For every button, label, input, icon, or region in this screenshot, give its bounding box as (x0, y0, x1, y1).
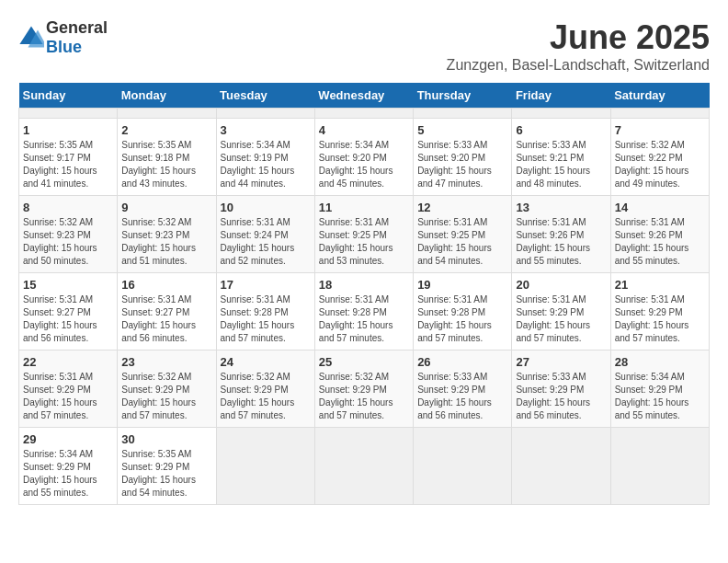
day-info: Sunrise: 5:32 AMSunset: 9:23 PMDaylight:… (121, 216, 211, 268)
day-info: Sunrise: 5:34 AMSunset: 9:20 PMDaylight:… (319, 139, 409, 190)
calendar-cell: 26Sunrise: 5:33 AMSunset: 9:29 PMDayligh… (414, 350, 512, 428)
calendar-cell: 1Sunrise: 5:35 AMSunset: 9:17 PMDaylight… (19, 119, 118, 196)
day-number: 9 (121, 201, 211, 214)
calendar-table: SundayMondayTuesdayWednesdayThursdayFrid… (18, 83, 710, 505)
calendar-cell: 5Sunrise: 5:33 AMSunset: 9:20 PMDaylight… (414, 119, 512, 196)
day-info: Sunrise: 5:35 AMSunset: 9:29 PMDaylight:… (121, 448, 211, 500)
day-info: Sunrise: 5:35 AMSunset: 9:17 PMDaylight:… (23, 139, 113, 190)
day-number: 3 (221, 123, 311, 137)
day-header-monday: Monday (118, 83, 216, 109)
calendar-cell: 15Sunrise: 5:31 AMSunset: 9:27 PMDayligh… (19, 273, 118, 350)
day-info: Sunrise: 5:35 AMSunset: 9:18 PMDaylight:… (121, 139, 211, 190)
day-info: Sunrise: 5:31 AMSunset: 9:26 PMDaylight:… (516, 216, 606, 268)
day-number: 18 (319, 278, 409, 292)
calendar-cell: 3Sunrise: 5:34 AMSunset: 9:19 PMDaylight… (216, 119, 314, 196)
day-info: Sunrise: 5:34 AMSunset: 9:29 PMDaylight:… (23, 448, 113, 500)
calendar-cell (216, 109, 314, 119)
week-row-4: 22Sunrise: 5:31 AMSunset: 9:29 PMDayligh… (19, 350, 710, 428)
day-header-sunday: Sunday (19, 83, 118, 109)
day-info: Sunrise: 5:33 AMSunset: 9:29 PMDaylight:… (417, 371, 507, 422)
calendar-cell (414, 109, 512, 119)
day-info: Sunrise: 5:32 AMSunset: 9:29 PMDaylight:… (221, 371, 311, 422)
week-row-0 (19, 109, 710, 119)
day-number: 5 (417, 123, 507, 137)
day-number: 26 (417, 355, 507, 369)
calendar-cell (512, 109, 610, 119)
logo-blue-text: Blue (46, 38, 82, 56)
day-number: 27 (516, 355, 606, 369)
week-row-1: 1Sunrise: 5:35 AMSunset: 9:17 PMDaylight… (19, 119, 710, 196)
calendar-cell: 6Sunrise: 5:33 AMSunset: 9:21 PMDaylight… (512, 119, 610, 196)
calendar-cell: 24Sunrise: 5:32 AMSunset: 9:29 PMDayligh… (216, 350, 314, 428)
calendar-cell: 4Sunrise: 5:34 AMSunset: 9:20 PMDaylight… (314, 119, 413, 196)
calendar-cell: 16Sunrise: 5:31 AMSunset: 9:27 PMDayligh… (118, 273, 216, 350)
calendar-cell: 30Sunrise: 5:35 AMSunset: 9:29 PMDayligh… (118, 428, 216, 505)
day-info: Sunrise: 5:32 AMSunset: 9:29 PMDaylight:… (319, 371, 409, 422)
title-block: June 2025 Zunzgen, Basel-Landschaft, Swi… (447, 18, 710, 74)
day-number: 10 (221, 201, 311, 214)
day-number: 19 (417, 278, 507, 292)
day-number: 22 (23, 355, 113, 369)
calendar-cell: 2Sunrise: 5:35 AMSunset: 9:18 PMDaylight… (118, 119, 216, 196)
calendar-cell: 22Sunrise: 5:31 AMSunset: 9:29 PMDayligh… (19, 350, 118, 428)
logo-icon (18, 25, 44, 51)
calendar-cell: 18Sunrise: 5:31 AMSunset: 9:28 PMDayligh… (314, 273, 413, 350)
day-info: Sunrise: 5:31 AMSunset: 9:29 PMDaylight:… (615, 293, 705, 345)
day-info: Sunrise: 5:33 AMSunset: 9:29 PMDaylight:… (516, 371, 606, 422)
calendar-cell: 28Sunrise: 5:34 AMSunset: 9:29 PMDayligh… (610, 350, 709, 428)
day-info: Sunrise: 5:31 AMSunset: 9:26 PMDaylight:… (615, 216, 705, 268)
day-info: Sunrise: 5:34 AMSunset: 9:29 PMDaylight:… (615, 371, 705, 422)
day-number: 13 (516, 201, 606, 214)
day-number: 16 (121, 278, 211, 292)
day-number: 2 (121, 123, 211, 137)
calendar-cell: 19Sunrise: 5:31 AMSunset: 9:28 PMDayligh… (414, 273, 512, 350)
day-number: 7 (615, 123, 705, 137)
day-number: 12 (417, 201, 507, 214)
calendar-cell: 8Sunrise: 5:32 AMSunset: 9:23 PMDaylight… (19, 196, 118, 273)
day-header-thursday: Thursday (414, 83, 512, 109)
calendar-cell: 14Sunrise: 5:31 AMSunset: 9:26 PMDayligh… (610, 196, 709, 273)
calendar-cell: 17Sunrise: 5:31 AMSunset: 9:28 PMDayligh… (216, 273, 314, 350)
day-number: 4 (319, 123, 409, 137)
calendar-cell: 25Sunrise: 5:32 AMSunset: 9:29 PMDayligh… (314, 350, 413, 428)
day-info: Sunrise: 5:31 AMSunset: 9:29 PMDaylight:… (23, 371, 113, 422)
day-number: 11 (319, 201, 409, 214)
calendar-cell: 7Sunrise: 5:32 AMSunset: 9:22 PMDaylight… (610, 119, 709, 196)
day-header-tuesday: Tuesday (216, 83, 314, 109)
day-number: 8 (23, 201, 113, 214)
calendar-cell (19, 109, 118, 119)
day-number: 24 (221, 355, 311, 369)
calendar-cell (512, 428, 610, 505)
calendar-cell: 10Sunrise: 5:31 AMSunset: 9:24 PMDayligh… (216, 196, 314, 273)
day-number: 6 (516, 123, 606, 137)
day-info: Sunrise: 5:32 AMSunset: 9:29 PMDaylight:… (121, 371, 211, 422)
calendar-title: June 2025 (447, 18, 710, 57)
day-info: Sunrise: 5:31 AMSunset: 9:29 PMDaylight:… (516, 293, 606, 345)
calendar-cell: 13Sunrise: 5:31 AMSunset: 9:26 PMDayligh… (512, 196, 610, 273)
calendar-cell (314, 428, 413, 505)
calendar-cell: 29Sunrise: 5:34 AMSunset: 9:29 PMDayligh… (19, 428, 118, 505)
day-number: 29 (23, 432, 113, 446)
day-number: 1 (23, 123, 113, 137)
calendar-subtitle: Zunzgen, Basel-Landschaft, Switzerland (447, 57, 710, 74)
day-number: 25 (319, 355, 409, 369)
day-info: Sunrise: 5:33 AMSunset: 9:20 PMDaylight:… (417, 139, 507, 190)
day-info: Sunrise: 5:31 AMSunset: 9:27 PMDaylight:… (121, 293, 211, 345)
days-header-row: SundayMondayTuesdayWednesdayThursdayFrid… (19, 83, 710, 109)
day-number: 17 (221, 278, 311, 292)
calendar-cell: 20Sunrise: 5:31 AMSunset: 9:29 PMDayligh… (512, 273, 610, 350)
day-info: Sunrise: 5:33 AMSunset: 9:21 PMDaylight:… (516, 139, 606, 190)
day-number: 20 (516, 278, 606, 292)
calendar-cell: 21Sunrise: 5:31 AMSunset: 9:29 PMDayligh… (610, 273, 709, 350)
day-number: 30 (121, 432, 211, 446)
day-info: Sunrise: 5:31 AMSunset: 9:28 PMDaylight:… (319, 293, 409, 345)
calendar-cell: 11Sunrise: 5:31 AMSunset: 9:25 PMDayligh… (314, 196, 413, 273)
calendar-cell: 9Sunrise: 5:32 AMSunset: 9:23 PMDaylight… (118, 196, 216, 273)
calendar-cell: 23Sunrise: 5:32 AMSunset: 9:29 PMDayligh… (118, 350, 216, 428)
calendar-cell: 12Sunrise: 5:31 AMSunset: 9:25 PMDayligh… (414, 196, 512, 273)
week-row-2: 8Sunrise: 5:32 AMSunset: 9:23 PMDaylight… (19, 196, 710, 273)
day-info: Sunrise: 5:32 AMSunset: 9:22 PMDaylight:… (615, 139, 705, 190)
calendar-cell (216, 428, 314, 505)
day-header-wednesday: Wednesday (314, 83, 413, 109)
day-info: Sunrise: 5:31 AMSunset: 9:24 PMDaylight:… (221, 216, 311, 268)
